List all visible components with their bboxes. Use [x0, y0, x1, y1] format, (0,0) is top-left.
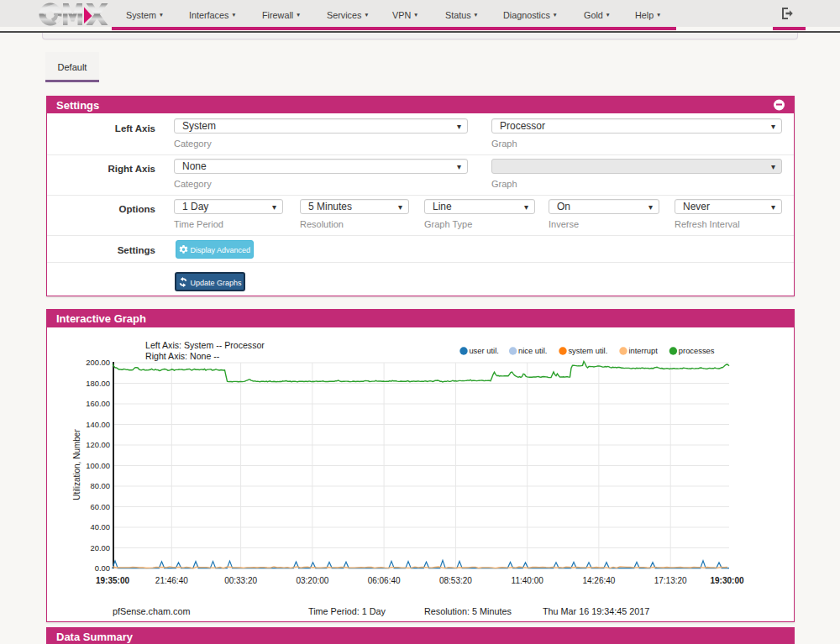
svg-text:100.00: 100.00 [86, 461, 110, 470]
svg-text:21:46:40: 21:46:40 [155, 576, 188, 585]
svg-text:06:06:40: 06:06:40 [368, 576, 401, 585]
svg-text:120.00: 120.00 [86, 440, 110, 449]
svg-text:Utilization, Number: Utilization, Number [72, 429, 81, 500]
svg-text:40.00: 40.00 [91, 522, 110, 531]
svg-text:200.00: 200.00 [86, 358, 110, 367]
svg-text:interrupt: interrupt [628, 346, 658, 355]
svg-text:user util.: user util. [469, 346, 498, 355]
svg-text:00:33:20: 00:33:20 [224, 576, 257, 585]
svg-text:Time Period: 1 Day: Time Period: 1 Day [308, 606, 386, 616]
svg-text:08:53:20: 08:53:20 [439, 576, 472, 585]
svg-text:Right Axis: None --: Right Axis: None -- [145, 351, 220, 361]
svg-text:60.00: 60.00 [91, 502, 110, 511]
svg-text:0.00: 0.00 [95, 563, 110, 573]
svg-text:160.00: 160.00 [86, 399, 110, 408]
svg-text:19:35:00: 19:35:00 [96, 576, 129, 585]
svg-text:19:30:00: 19:30:00 [710, 576, 743, 585]
svg-text:14:26:40: 14:26:40 [582, 576, 615, 585]
svg-text:180.00: 180.00 [86, 379, 110, 388]
svg-text:80.00: 80.00 [91, 481, 110, 490]
svg-text:pfSense.cham.com: pfSense.cham.com [113, 606, 190, 616]
svg-text:system util.: system util. [568, 346, 607, 355]
svg-text:Thu Mar 16 19:34:45 2017: Thu Mar 16 19:34:45 2017 [543, 606, 649, 616]
svg-text:Left Axis: System -- Processor: Left Axis: System -- Processor [145, 340, 265, 350]
svg-text:nice util.: nice util. [518, 346, 547, 355]
svg-text:Resolution: 5 Minutes: Resolution: 5 Minutes [424, 606, 512, 616]
svg-text:140.00: 140.00 [86, 420, 110, 429]
svg-text:20.00: 20.00 [91, 543, 110, 552]
svg-text:03:20:00: 03:20:00 [296, 576, 328, 585]
svg-text:11:40:00: 11:40:00 [512, 576, 544, 585]
svg-text:processes: processes [679, 346, 715, 355]
svg-text:17:13:20: 17:13:20 [654, 576, 687, 585]
